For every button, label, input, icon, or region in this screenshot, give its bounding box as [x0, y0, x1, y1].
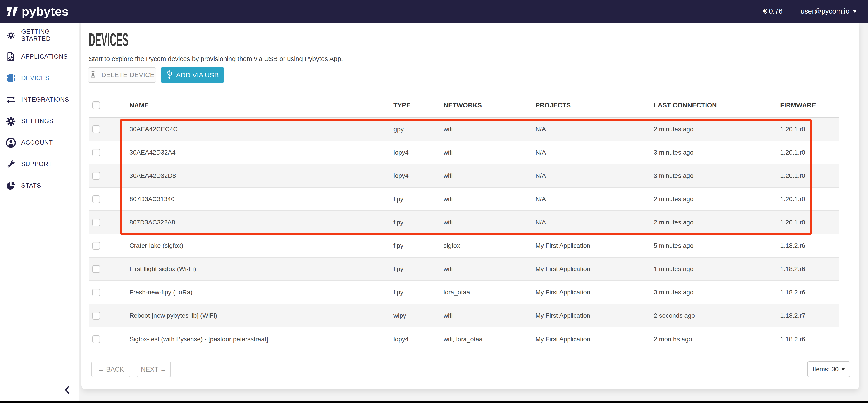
row-checkbox[interactable]	[92, 335, 100, 343]
device-projects: My First Application	[535, 289, 654, 296]
sidebar-item-label: ACCOUNT	[21, 139, 53, 146]
device-networks: wifi	[443, 312, 535, 319]
device-name: 30AEA42CEC4C	[129, 126, 394, 133]
row-checkbox[interactable]	[92, 125, 100, 133]
device-last-connection: 5 minutes ago	[654, 242, 780, 249]
row-checkbox[interactable]	[92, 219, 100, 226]
pie-chart-icon	[5, 180, 17, 191]
column-header-type[interactable]: TYPE	[394, 102, 443, 109]
sidebar-item-settings[interactable]: SETTINGS	[0, 111, 79, 132]
row-checkbox[interactable]	[92, 312, 100, 319]
device-table: NAME TYPE NETWORKS PROJECTS LAST CONNECT…	[89, 93, 839, 351]
sidebar-item-integrations[interactable]: INTEGRATIONS	[0, 89, 79, 111]
device-last-connection: 2 minutes ago	[654, 219, 780, 226]
sidebar-item-label: SUPPORT	[21, 161, 52, 168]
sidebar-item-stats[interactable]: STATS	[0, 175, 79, 196]
table-row[interactable]: 30AEA42CEC4CgpywifiN/A2 minutes ago1.20.…	[89, 118, 839, 141]
table-row[interactable]: 807D3AC31340fipywifiN/A2 minutes ago1.20…	[89, 188, 839, 211]
checkbox-cell	[89, 242, 129, 250]
sidebar-item-account[interactable]: ACCOUNT	[0, 132, 79, 153]
pybytes-logo-icon	[7, 5, 19, 18]
column-header-networks[interactable]: NETWORKS	[443, 102, 535, 109]
table-row[interactable]: Crater-lake (sigfox)fipysigfoxMy First A…	[89, 234, 839, 257]
device-name: Crater-lake (sigfox)	[129, 242, 394, 249]
device-table-rows: 30AEA42CEC4CgpywifiN/A2 minutes ago1.20.…	[89, 118, 839, 351]
table-row[interactable]: 30AEA42D32A4lopy4wifiN/A3 minutes ago1.2…	[89, 141, 839, 164]
device-firmware: 1.18.2.r6	[780, 266, 839, 273]
row-checkbox[interactable]	[92, 288, 100, 296]
sidebar-collapse-chevron-icon[interactable]	[64, 385, 70, 396]
device-firmware: 1.18.2.r6	[780, 289, 839, 296]
column-header-firmware[interactable]: FIRMWARE	[780, 102, 839, 109]
table-row[interactable]: Reboot [new pybytes lib] (WiFi)wipywifiM…	[89, 304, 839, 328]
usb-icon	[166, 69, 173, 81]
table-row[interactable]: 30AEA42D32D8lopy4wifiN/A3 minutes ago1.2…	[89, 164, 839, 188]
gear-icon	[5, 116, 17, 127]
column-header-projects[interactable]: PROJECTS	[535, 102, 654, 109]
table-row[interactable]: 807D3AC322A8fipywifiN/A2 minutes ago1.20…	[89, 211, 839, 234]
device-type: lopy4	[394, 149, 443, 156]
device-firmware: 1.20.1.r0	[780, 195, 839, 203]
sidebar-item-getting-started[interactable]: GETTING STARTED	[0, 25, 79, 46]
column-header-name[interactable]: NAME	[129, 102, 394, 109]
row-checkbox[interactable]	[92, 265, 100, 273]
device-name: 30AEA42D32D8	[129, 172, 394, 180]
user-email: user@pycom.io	[801, 7, 849, 16]
pybytes-logo[interactable]: pybytes	[7, 4, 69, 18]
device-type: fipy	[394, 195, 443, 203]
device-last-connection: 2 months ago	[654, 336, 780, 343]
device-networks: sigfox	[443, 242, 535, 249]
device-type: lopy4	[394, 336, 443, 343]
device-last-connection: 3 minutes ago	[654, 149, 780, 156]
device-last-connection: 3 minutes ago	[654, 289, 780, 296]
row-checkbox[interactable]	[92, 172, 100, 180]
table-row[interactable]: Fresh-new-fipy (LoRa)fipylora_otaaMy Fir…	[89, 281, 839, 304]
user-menu[interactable]: user@pycom.io	[801, 7, 857, 16]
header-checkbox-cell	[89, 101, 129, 109]
column-header-last-connection[interactable]: LAST CONNECTION	[654, 102, 780, 109]
device-firmware: 1.20.1.r0	[780, 126, 839, 133]
device-name: 807D3AC31340	[129, 195, 394, 203]
sidebar-item-devices[interactable]: DEVICES	[0, 67, 79, 89]
sidebar-item-label: INTEGRATIONS	[21, 96, 69, 103]
sidebar-item-support[interactable]: SUPPORT	[0, 153, 79, 175]
sidebar: GETTING STARTED APPLICATIONS	[0, 23, 79, 401]
table-row[interactable]: Sigfox-test (with Pysense) - [pastoor pe…	[89, 328, 839, 351]
brand-name: pybytes	[22, 4, 69, 18]
device-networks: wifi	[443, 195, 535, 203]
device-projects: N/A	[535, 149, 654, 156]
row-checkbox[interactable]	[92, 242, 100, 250]
device-projects: My First Application	[535, 266, 654, 273]
sidebar-item-applications[interactable]: APPLICATIONS	[0, 46, 79, 67]
device-last-connection: 2 minutes ago	[654, 195, 780, 203]
device-firmware: 1.20.1.r0	[780, 149, 839, 156]
back-button[interactable]: ← BACK	[91, 362, 130, 377]
bottom-edge-bar	[0, 401, 868, 403]
table-row[interactable]: First flight sigfox (Wi-Fi)fipywifiMy Fi…	[89, 257, 839, 281]
device-firmware: 1.18.2.r6	[780, 336, 839, 343]
device-projects: N/A	[535, 219, 654, 226]
add-via-usb-button[interactable]: ADD VIA USB	[161, 67, 224, 83]
checkbox-cell	[89, 125, 129, 133]
next-button[interactable]: NEXT →	[137, 362, 171, 377]
delete-device-label: DELETE DEVICE	[101, 71, 155, 79]
device-projects: My First Application	[535, 242, 654, 249]
device-last-connection: 2 minutes ago	[654, 126, 780, 133]
device-name: Sigfox-test (with Pysense) - [pastoor pe…	[129, 336, 394, 343]
device-projects: My First Application	[535, 336, 654, 343]
delete-device-button[interactable]: DELETE DEVICE	[88, 67, 156, 83]
sidebar-item-label: GETTING STARTED	[21, 28, 79, 42]
row-checkbox[interactable]	[92, 195, 100, 203]
device-networks: wifi	[443, 126, 535, 133]
device-type: lopy4	[394, 172, 443, 180]
row-checkbox[interactable]	[92, 149, 100, 156]
table-header-row: NAME TYPE NETWORKS PROJECTS LAST CONNECT…	[89, 93, 839, 118]
device-networks: wifi, lora_otaa	[443, 336, 535, 343]
items-per-page-dropdown[interactable]: Items: 30	[807, 361, 850, 377]
device-projects: N/A	[535, 126, 654, 133]
checkbox-cell	[89, 288, 129, 296]
checkbox-cell	[89, 219, 129, 226]
device-type: wipy	[394, 312, 443, 319]
select-all-checkbox[interactable]	[92, 101, 100, 109]
device-projects: My First Application	[535, 312, 654, 319]
